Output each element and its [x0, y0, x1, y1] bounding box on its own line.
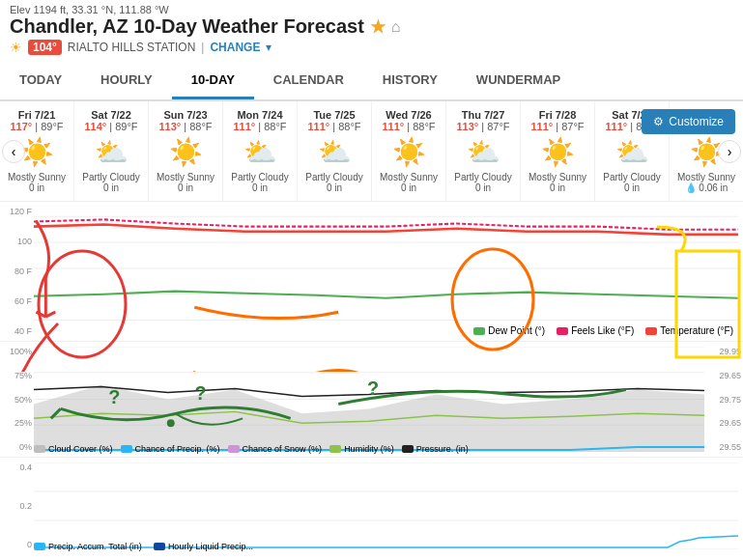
legend-item: Hourly Liquid Precip...	[154, 542, 253, 551]
temp-y-label: 60 F	[2, 296, 32, 306]
accum-y-label: 0.4	[2, 462, 32, 472]
legend-color	[121, 445, 132, 453]
precip-chart-section: 100%75%50%25%0% 29.9529.6529.7529.6529.5…	[0, 342, 743, 458]
temp-chart-section: 120 F10080 F60 F40 F Dew Point (°)Feels …	[0, 202, 743, 342]
pressure-y-label: 29.95	[711, 347, 741, 356]
next-arrow[interactable]: ›	[718, 140, 741, 163]
accum-chart-section: 0.40.20 Precip. Accum. Total (in)Hourly …	[0, 458, 743, 554]
day-col[interactable]: Sat 7/22 114° | 89°F ⛅ Partly Cloudy 0 i…	[74, 101, 149, 201]
nav-tab-hourly[interactable]: HOURLY	[81, 63, 172, 99]
day-precip: 0 in	[151, 182, 220, 193]
accum-chart	[34, 462, 738, 549]
city-title: Chandler, AZ 10-Day Weather Forecast	[10, 15, 364, 38]
day-col[interactable]: Thu 7/27 113° | 87°F ⛅ Partly Cloudy 0 i…	[446, 101, 521, 201]
change-link[interactable]: CHANGE	[210, 41, 260, 54]
accum-y-axis: 0.40.20	[0, 458, 34, 554]
precip-y-label: 25%	[2, 418, 32, 428]
day-precip: 0 in	[2, 182, 71, 193]
nav-tab-today[interactable]: TODAY	[0, 63, 81, 99]
precip-y-label: 50%	[2, 395, 32, 405]
precip-chart-legend: Cloud Cover (%)Chance of Precip. (%)Chan…	[34, 444, 709, 454]
sun-icon: ☀	[10, 40, 22, 55]
day-precip: 0 in	[76, 182, 146, 193]
current-temp: 104°	[28, 40, 62, 55]
customize-button[interactable]: ⚙ Customize	[642, 109, 735, 134]
accum-y-label: 0.2	[2, 501, 32, 511]
legend-label: Chance of Snow (%)	[243, 444, 323, 454]
legend-color	[34, 543, 45, 550]
days-row: Fri 7/21 117° | 89°F ☀️ Mostly Sunny 0 i…	[0, 101, 743, 201]
elevation-text: Elev 1194 ft, 33.31 °N, 111.88 °W	[10, 4, 733, 15]
legend-color	[154, 543, 165, 550]
legend-label: Humidity (%)	[344, 444, 394, 454]
legend-item: Pressure. (in)	[402, 444, 469, 454]
day-desc: Partly Cloudy	[448, 172, 518, 182]
precip-chart	[34, 347, 704, 452]
pressure-y-label: 29.65	[711, 418, 741, 428]
day-col[interactable]: Tue 7/25 111° | 88°F ⛅ Partly Cloudy 0 i…	[298, 101, 372, 201]
day-col[interactable]: Fri 7/28 111° | 87°F ☀️ Mostly Sunny 0 i…	[521, 101, 595, 201]
day-desc: Partly Cloudy	[597, 172, 667, 182]
day-col[interactable]: Wed 7/26 111° | 88°F ☀️ Mostly Sunny 0 i…	[372, 101, 446, 201]
day-desc: Mostly Sunny	[672, 172, 741, 182]
day-col[interactable]: Mon 7/24 111° | 88°F ⛅ Partly Cloudy 0 i…	[223, 101, 298, 201]
day-precip: 0 in	[448, 182, 518, 193]
pressure-y-label: 29.55	[711, 442, 741, 452]
nav-tab-10-day[interactable]: 10-DAY	[172, 63, 254, 99]
day-precip: 0 in	[300, 182, 369, 193]
day-temps: 113° | 87°F	[448, 121, 518, 132]
day-precip: 0 in	[597, 182, 667, 193]
day-label: Tue 7/25	[300, 109, 369, 121]
dropdown-icon[interactable]: ▾	[266, 41, 271, 54]
legend-label: Feels Like (°F)	[571, 325, 634, 336]
weather-icon: ⛅	[597, 136, 667, 168]
day-col[interactable]: Sun 7/23 113° | 88°F ☀️ Mostly Sunny 0 i…	[149, 101, 223, 201]
precip-y-label: 75%	[2, 371, 32, 380]
nav-tabs: TODAYHOURLY10-DAYCALENDARHISTORYWUNDERMA…	[0, 63, 743, 101]
home-icon[interactable]: ⌂	[391, 18, 401, 36]
temp-y-label: 80 F	[2, 266, 32, 276]
day-label: Sun 7/23	[151, 109, 220, 121]
legend-item: Dew Point (°)	[473, 325, 545, 336]
precip-y-label: 0%	[2, 442, 32, 452]
nav-tab-calendar[interactable]: CALENDAR	[254, 63, 363, 99]
legend-color	[402, 445, 414, 453]
legend-label: Cloud Cover (%)	[48, 444, 113, 454]
legend-item: Cloud Cover (%)	[34, 444, 113, 454]
legend-color	[645, 327, 657, 335]
day-temps: 117° | 89°F	[2, 121, 71, 132]
legend-label: Precip. Accum. Total (in)	[48, 542, 142, 551]
day-precip: 0 in	[374, 182, 443, 193]
day-desc: Mostly Sunny	[2, 172, 71, 182]
legend-item: Chance of Snow (%)	[228, 444, 323, 454]
nav-tab-history[interactable]: HISTORY	[363, 63, 457, 99]
nav-tab-wundermap[interactable]: WUNDERMAP	[457, 63, 580, 99]
legend-label: Hourly Liquid Precip...	[168, 542, 253, 551]
day-temps: 111° | 88°F	[225, 121, 295, 132]
day-desc: Mostly Sunny	[151, 172, 220, 182]
legend-label: Pressure. (in)	[416, 444, 469, 454]
weather-icon: ☀️	[523, 136, 592, 168]
legend-item: Chance of Precip. (%)	[121, 444, 220, 454]
weather-icon: ☀️	[374, 136, 443, 168]
day-desc: Partly Cloudy	[300, 172, 369, 182]
day-precip: 0 in	[225, 182, 295, 193]
day-temps: 114° | 89°F	[76, 121, 146, 132]
precip-y-axis: 100%75%50%25%0%	[0, 342, 34, 457]
temp-y-label: 100	[2, 237, 32, 246]
legend-item: Humidity (%)	[329, 444, 394, 454]
legend-item: Temperature (°F)	[645, 325, 733, 336]
prev-arrow[interactable]: ‹	[2, 140, 25, 163]
day-desc: Mostly Sunny	[523, 172, 592, 182]
day-temps: 111° | 88°F	[374, 121, 443, 132]
day-label: Fri 7/21	[2, 109, 71, 121]
precip-y-label: 100%	[2, 347, 32, 356]
day-temps: 111° | 88°F	[300, 121, 369, 132]
day-desc: Partly Cloudy	[76, 172, 146, 182]
legend-color	[473, 327, 485, 335]
star-icon[interactable]: ★	[370, 16, 386, 38]
legend-color	[34, 445, 45, 453]
day-desc: Mostly Sunny	[374, 172, 443, 182]
weather-icon: ⛅	[448, 136, 518, 168]
pressure-y-axis: 29.9529.6529.7529.6529.55	[709, 342, 743, 457]
